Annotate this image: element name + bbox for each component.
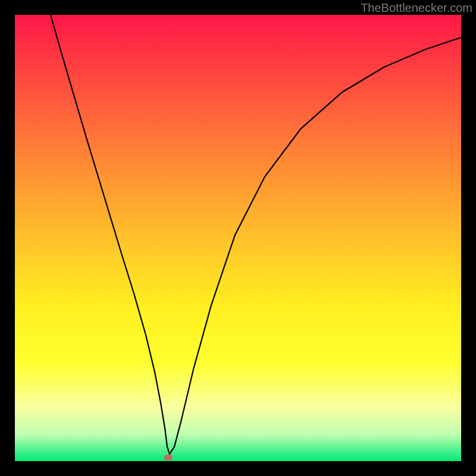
attribution-text: TheBottlenecker.com: [361, 1, 472, 15]
curve-svg: [15, 15, 461, 461]
chart-canvas: TheBottlenecker.com: [0, 0, 476, 476]
bottleneck-curve: [51, 15, 461, 454]
optimal-marker: [164, 455, 173, 461]
plot-area: [15, 15, 461, 461]
